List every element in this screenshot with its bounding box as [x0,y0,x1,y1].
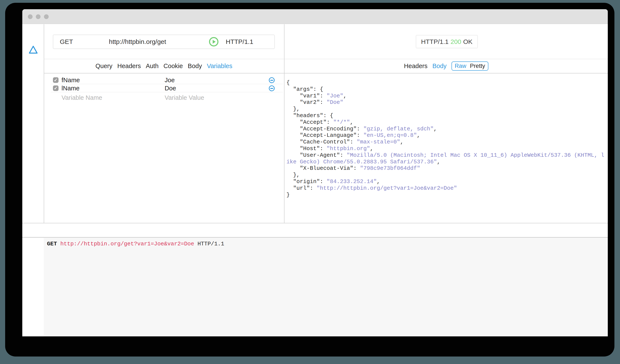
codegen-toolbar: http [22,223,608,237]
request-bar: GET http://httpbin.org/get HTTP/1.1 [53,34,275,49]
zoom-button[interactable] [44,14,49,19]
variable-enabled-checkbox[interactable]: ✓ [53,86,59,91]
titlebar [22,9,608,24]
tab-request-headers[interactable]: Headers [117,62,141,70]
request-method-field[interactable]: GET [60,35,73,48]
sidebar [22,24,44,336]
play-icon [213,40,216,44]
tab-request-cookie[interactable]: Cookie [164,62,183,70]
codegen-output-area: GET http://httpbin.org/get?var1=Joe&var2… [44,238,608,336]
tab-request-auth[interactable]: Auth [146,62,159,70]
app-logo-triangle-icon[interactable] [29,46,38,54]
variable-name-placeholder-input[interactable]: Variable Name [62,94,102,102]
response-status-code: 200 [450,38,461,45]
app-window: GET http://httpbin.org/get HTTP/1.1 HTTP… [22,9,608,336]
tab-request-variables[interactable]: Variables [207,62,232,70]
minimize-button[interactable] [36,14,41,19]
remove-variable-button[interactable] [269,86,275,91]
codegen-snippet: GET http://httpbin.org/get?var1=Joe&var2… [47,240,224,247]
panel-divider[interactable] [284,24,284,223]
response-body-json: { "args": { "var1": "Joe", "var2": "Doe"… [286,79,606,198]
tab-response-headers[interactable]: Headers [404,62,428,70]
variable-name[interactable]: fName [62,76,80,84]
sidebar-divider [44,24,44,223]
response-status-box: HTTP/1.1 200 OK [416,35,478,48]
new-variable-row: Variable Name Variable Value [44,94,284,102]
toggle-raw[interactable]: Raw [455,63,466,69]
request-url-field[interactable]: http://httpbin.org/get [109,35,166,48]
device-frame: GET http://httpbin.org/get HTTP/1.1 HTTP… [5,3,614,357]
response-protocol: HTTP/1.1 [421,38,449,45]
body-view-toggle: Raw Pretty [451,61,488,71]
variable-value-placeholder-input[interactable]: Variable Value [165,94,204,102]
variable-row: ✓ fName Joe [44,76,284,84]
divider-under-tabs [44,73,608,73]
variable-row: ✓ lName Doe [44,84,284,92]
tab-response-body[interactable]: Body [433,62,447,70]
tab-request-query[interactable]: Query [95,62,112,70]
variable-name[interactable]: lName [62,84,79,92]
variable-enabled-checkbox[interactable]: ✓ [53,77,59,83]
send-request-button[interactable] [209,37,218,46]
response-tabs: Headers Body Raw Pretty [284,59,608,73]
minus-icon [270,88,273,89]
request-http-version[interactable]: HTTP/1.1 [226,35,253,48]
toggle-pretty[interactable]: Pretty [470,63,485,69]
minus-icon [270,80,273,81]
request-tabs: QueryHeadersAuthCookieBodyVariables [44,59,284,73]
close-button[interactable] [28,14,32,19]
response-status-reason: OK [463,38,472,45]
tab-request-body[interactable]: Body [188,62,202,70]
remove-variable-button[interactable] [269,77,275,83]
variable-value[interactable]: Joe [165,76,175,84]
variable-value[interactable]: Doe [165,84,176,92]
